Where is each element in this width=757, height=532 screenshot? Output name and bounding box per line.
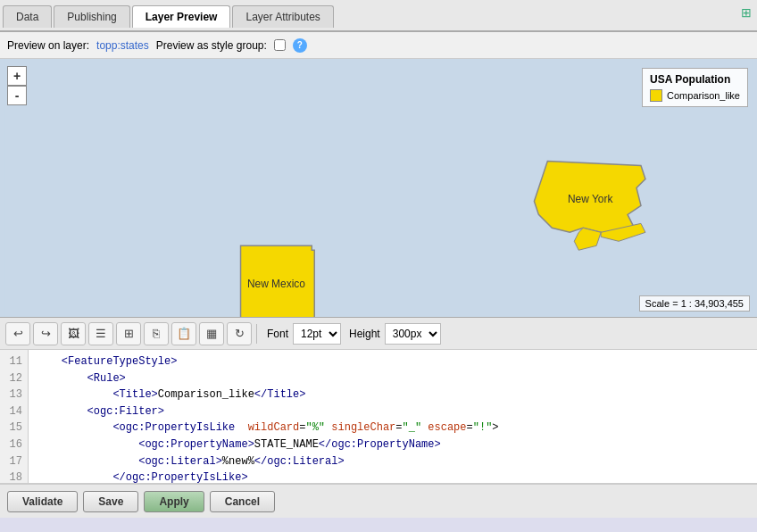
code-editor[interactable]: 11 12 13 14 15 16 17 18 19 20 21 <Featur… — [0, 350, 757, 484]
height-select[interactable]: 200px 250px 300px 350px 400px 500px — [385, 323, 441, 345]
font-size-select[interactable]: 8pt 10pt 12pt 14pt 16pt — [293, 323, 341, 345]
undo-button[interactable]: ↩ — [5, 322, 30, 345]
bottom-bar: Validate Save Apply Cancel — [0, 484, 757, 518]
map-container: + - New Mexico New York USA Population C… — [0, 59, 757, 318]
new-york-label: New York — [568, 193, 612, 205]
tab-publishing[interactable]: Publishing — [54, 5, 129, 28]
select-button[interactable]: ▦ — [199, 322, 224, 345]
preview-bar: Preview on layer: topp:states Preview as… — [0, 32, 757, 59]
tab-layer-preview[interactable]: Layer Preview — [132, 5, 231, 28]
layer-link[interactable]: topp:states — [96, 39, 149, 52]
paste-button[interactable]: 📋 — [171, 322, 196, 345]
code-content[interactable]: <FeatureTypeStyle> <Rule> <Title>Compari… — [29, 350, 757, 483]
line-num-12: 12 — [5, 370, 22, 387]
cancel-button[interactable]: Cancel — [210, 491, 275, 512]
line-num-17: 17 — [5, 453, 22, 470]
tab-layer-attributes[interactable]: Layer Attributes — [232, 5, 333, 28]
validate-button[interactable]: Validate — [7, 491, 78, 512]
refresh-button[interactable]: ↻ — [227, 322, 252, 345]
line-numbers: 11 12 13 14 15 16 17 18 19 20 21 — [0, 350, 29, 483]
legend-title: USA Population — [650, 73, 740, 86]
help-icon[interactable]: ? — [293, 38, 307, 53]
svg-rect-0 — [4, 59, 752, 317]
table-button[interactable]: ⊞ — [116, 322, 141, 345]
scale-text: Scale = 1 : 34,903,455 — [645, 298, 744, 309]
line-num-13: 13 — [5, 387, 22, 403]
style-group-checkbox[interactable] — [274, 39, 286, 51]
grid-icon[interactable]: ⊞ — [741, 5, 752, 20]
style-group-label: Preview as style group: — [156, 39, 267, 52]
legend-item: Comparison_like — [650, 89, 740, 102]
line-num-14: 14 — [5, 403, 22, 420]
legend-color-box — [650, 89, 662, 102]
height-label: Height — [349, 328, 380, 340]
map-zoom: + - — [7, 66, 27, 105]
font-label: Font — [267, 328, 288, 340]
line-num-18: 18 — [5, 470, 22, 484]
line-num-15: 15 — [5, 420, 22, 436]
zoom-out-button[interactable]: - — [7, 86, 27, 105]
save-button[interactable]: Save — [83, 491, 138, 512]
toolbar-separator — [256, 324, 257, 344]
preview-layer-label: Preview on layer: — [7, 39, 89, 52]
line-num-11: 11 — [5, 353, 22, 370]
tabs-bar: Data Publishing Layer Preview Layer Attr… — [0, 0, 757, 32]
image-button[interactable]: 🖼 — [61, 322, 86, 345]
copy-button[interactable]: ⎘ — [144, 322, 169, 345]
tab-data[interactable]: Data — [3, 5, 52, 28]
zoom-in-button[interactable]: + — [7, 66, 27, 86]
legend-item-label: Comparison_like — [667, 90, 740, 101]
apply-button[interactable]: Apply — [144, 491, 204, 512]
new-mexico-shape: New Mexico — [241, 245, 315, 317]
map-scale: Scale = 1 : 34,903,455 — [639, 295, 750, 312]
line-num-16: 16 — [5, 436, 22, 453]
list-button[interactable]: ☰ — [88, 322, 113, 345]
redo-button[interactable]: ↪ — [33, 322, 58, 345]
editor-toolbar: ↩ ↪ 🖼 ☰ ⊞ ⎘ 📋 ▦ ↻ Font 8pt 10pt 12pt 14p… — [0, 318, 757, 350]
map-legend: USA Population Comparison_like — [642, 68, 748, 107]
new-mexico-label: New Mexico — [247, 278, 305, 290]
